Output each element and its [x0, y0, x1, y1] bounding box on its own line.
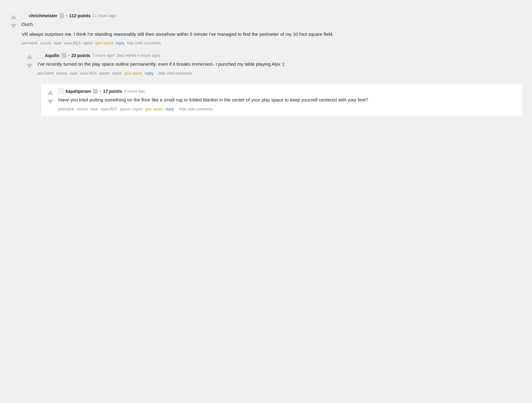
comment-body-2: - Aquilix • 23 points 7 hours ago* (last…	[38, 53, 523, 76]
source-link-2[interactable]: source	[56, 71, 67, 76]
comment-actions-2: permalink source save save-RES parent re…	[38, 71, 523, 76]
hide-child-link-1[interactable]: hide child comments	[127, 41, 161, 45]
svg-marker-3	[27, 64, 33, 68]
username-1[interactable]: chrichmeister	[29, 13, 57, 18]
comment-3: - kapahperam • 17 points 4 hours ago Hav…	[41, 83, 523, 117]
comment-thread: - chrichmeister • 112 points 11 hours ag…	[6, 6, 526, 120]
svg-marker-2	[27, 55, 33, 59]
svg-marker-1	[10, 24, 17, 28]
report-link-3[interactable]: report	[133, 107, 142, 111]
points-2: 23 points	[71, 53, 90, 58]
vote-arrows-2	[25, 53, 34, 70]
comment-text-1: Ouch. VR always surprises me. I think I'…	[22, 21, 526, 38]
collapse-button-3[interactable]: -	[58, 88, 64, 94]
comment-header-2: - Aquilix • 23 points 7 hours ago* (last…	[38, 53, 523, 58]
points-3: 17 points	[103, 89, 122, 94]
comment-para-1a: Ouch.	[22, 21, 526, 28]
svg-marker-5	[47, 100, 53, 104]
source-link-1[interactable]: source	[40, 41, 51, 45]
user-icon-1	[59, 13, 64, 18]
hide-child-link-2[interactable]: hide child comments	[159, 71, 192, 76]
comment-actions-3: permalink source save save-RES parent re…	[58, 107, 518, 112]
reply-link-1[interactable]: reply	[116, 41, 125, 45]
comment-para-2a: I've recently turned on the play space o…	[38, 60, 523, 68]
timestamp-1: 11 hours ago	[93, 13, 116, 18]
give-award-link-2[interactable]: give award	[124, 71, 142, 76]
downvote-button-1[interactable]	[9, 22, 18, 30]
parent-link-2[interactable]: parent	[99, 71, 109, 76]
permalink-link-1[interactable]: permalink	[22, 41, 38, 45]
save-res-link-3[interactable]: save-RES	[101, 107, 117, 111]
upvote-button-1[interactable]	[9, 13, 18, 22]
bullet-3: •	[100, 89, 101, 94]
comment-2: - Aquilix • 23 points 7 hours ago* (last…	[22, 49, 523, 80]
report-link-1[interactable]: report	[83, 41, 93, 45]
give-award-link-3[interactable]: give award	[145, 107, 163, 111]
comment-text-2: I've recently turned on the play space o…	[38, 60, 523, 68]
upvote-button-2[interactable]	[25, 53, 34, 61]
downvote-button-2[interactable]	[25, 61, 34, 70]
reply-link-2[interactable]: reply	[145, 71, 154, 76]
reply-link-3[interactable]: reply	[165, 107, 174, 111]
timestamp-3: 4 hours ago	[124, 89, 145, 93]
timestamp-2: 7 hours ago*	[92, 53, 115, 58]
edited-2: (last edited 4 hours ago)	[117, 53, 160, 58]
save-link-2[interactable]: save	[70, 71, 77, 76]
points-1: 112 points	[69, 13, 91, 18]
save-res-link-1[interactable]: save-RES	[64, 41, 80, 45]
bullet-2: •	[68, 53, 70, 58]
save-link-3[interactable]: save	[90, 107, 98, 111]
collapse-button-2[interactable]: -	[38, 53, 43, 58]
upvote-button-3[interactable]	[46, 88, 55, 97]
comment-1: - chrichmeister • 112 points 11 hours ag…	[6, 9, 526, 49]
comment-text-3: Have you tried putting something on the …	[58, 96, 518, 104]
give-award-link-1[interactable]: give award	[95, 41, 113, 45]
comment-para-3a: Have you tried putting something on the …	[58, 96, 518, 104]
comment-body-1: - chrichmeister • 112 points 11 hours ag…	[22, 13, 526, 45]
svg-marker-0	[10, 15, 17, 19]
user-icon-2	[61, 53, 66, 58]
username-3[interactable]: kapahperam	[66, 89, 91, 94]
vote-arrows-3	[46, 88, 55, 106]
user-icon-3	[93, 89, 98, 94]
vote-arrows-1	[9, 13, 18, 30]
permalink-link-2[interactable]: permalink	[38, 71, 54, 76]
comment-body-3: - kapahperam • 17 points 4 hours ago Hav…	[58, 88, 518, 112]
save-link-1[interactable]: save	[54, 41, 61, 45]
username-2[interactable]: Aquilix	[45, 53, 60, 58]
comment-header-1: - chrichmeister • 112 points 11 hours ag…	[22, 13, 526, 18]
downvote-button-3[interactable]	[46, 97, 55, 106]
save-res-link-2[interactable]: save-RES	[80, 71, 97, 76]
report-link-2[interactable]: report	[112, 71, 122, 76]
hide-child-link-3[interactable]: hide child comments	[179, 107, 213, 111]
comment-para-1b: VR always surprises me. I think I'm stan…	[22, 31, 526, 38]
comment-header-3: - kapahperam • 17 points 4 hours ago	[58, 88, 518, 94]
permalink-link-3[interactable]: permalink	[58, 107, 74, 111]
parent-link-3[interactable]: parent	[120, 107, 130, 111]
source-link-3[interactable]: source	[77, 107, 88, 111]
bullet-1: •	[66, 13, 68, 18]
svg-marker-4	[47, 90, 53, 95]
comment-actions-1: permalink source save save-RES report gi…	[22, 41, 526, 45]
collapse-button-1[interactable]: -	[22, 13, 27, 18]
